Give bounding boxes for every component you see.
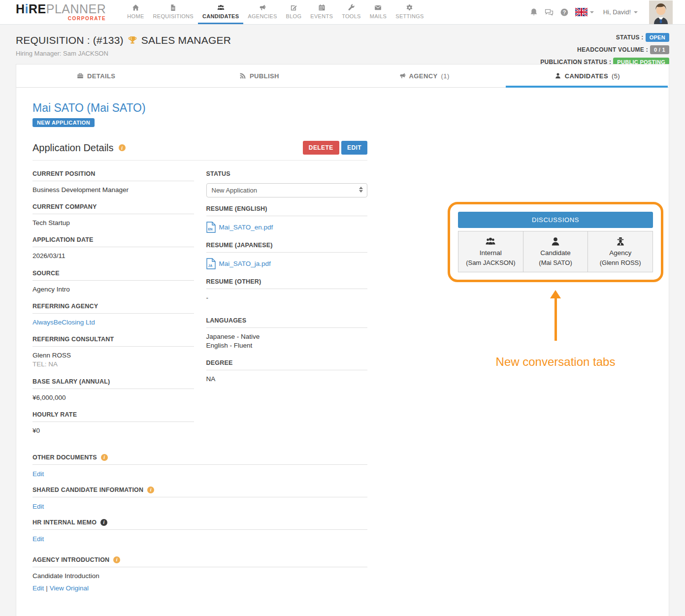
users-group-icon (485, 236, 496, 247)
referring-agency-link[interactable]: AlwaysBeClosing Ltd (33, 319, 95, 326)
nav-item-tools[interactable]: TOOLS (337, 0, 365, 24)
fields-right-column: STATUS New Application RESUME (ENGLISH) … (206, 170, 368, 444)
logo-corporate: CORPORATE (16, 16, 106, 21)
requisition-tabs: DETAILS PUBLISH AGENCY(1) CANDIDATES(5) (16, 65, 669, 88)
bullhorn-icon (399, 72, 406, 79)
field-current-company: CURRENT COMPANY Tech Startup (33, 203, 194, 230)
nav-item-home[interactable]: HOME (123, 0, 148, 24)
wrench-icon (348, 4, 355, 11)
edit-button[interactable]: EDIT (341, 141, 367, 155)
tab-details[interactable]: DETAILS (16, 65, 179, 87)
resume-en-link[interactable]: Mai_SATO_en.pdf (219, 224, 273, 231)
info-icon[interactable]: i (113, 556, 120, 563)
nav-item-candidates[interactable]: CANDIDATES (198, 0, 243, 24)
user-secret-icon (615, 236, 626, 247)
fields-left-column: CURRENT POSITION Business Development Ma… (33, 170, 194, 444)
tab-candidates[interactable]: CANDIDATES(5) (506, 65, 669, 87)
nav-item-requisitions[interactable]: REQUISITIONS (149, 0, 198, 24)
discussion-tabs: Internal (Sam JACKSON) Candidate (Mai SA… (458, 231, 653, 272)
status-select[interactable]: New Application (206, 183, 368, 197)
annotation-label: New conversation tabs (496, 355, 616, 369)
gear-icon (406, 4, 413, 11)
file-icon (169, 4, 177, 11)
svg-text:JA: JA (208, 264, 212, 267)
discussion-tab-candidate[interactable]: Candidate (Mai SATO) (523, 231, 588, 272)
resume-ja-link[interactable]: Mai_SATO_ja.pdf (219, 260, 271, 267)
field-resume-other: RESUME (OTHER) - (206, 278, 368, 305)
info-icon[interactable]: i (100, 519, 107, 526)
field-resume-en: RESUME (ENGLISH) EN Mai_SATO_en.pdf (206, 205, 368, 236)
candidate-name-link[interactable]: Mai SATO (Mai SATO) (33, 101, 652, 115)
discussions-area: DISCUSSIONS Internal (Sam JACKSON) Candi… (448, 202, 663, 369)
bell-icon[interactable] (529, 8, 538, 17)
file-en-icon: EN (206, 222, 216, 233)
nav-item-agencies[interactable]: AGENCIES (243, 0, 281, 24)
chat-icon[interactable] (545, 8, 554, 17)
discussions-header[interactable]: DISCUSSIONS (458, 212, 653, 228)
svg-text:?: ? (562, 9, 566, 15)
nav-item-blog[interactable]: BLOG (282, 0, 306, 24)
agency-intro-view-original-link[interactable]: View Original (50, 584, 89, 592)
field-application-date: APPLICATION DATE 2026/03/11 (33, 236, 194, 263)
consultant-tel: TEL: NA (33, 360, 194, 372)
candidate-main: Application Details i DELETE EDIT CURREN… (16, 127, 669, 616)
svg-text:EN: EN (208, 227, 212, 231)
logo-text: HiREPLANNER (16, 3, 106, 15)
hireplanner-logo[interactable]: HiREPLANNER CORPORATE (16, 0, 106, 24)
application-details-title: Application Details i (33, 142, 126, 154)
shared-info-edit-link[interactable]: Edit (33, 503, 44, 510)
status-badge: OPEN (646, 33, 669, 42)
info-icon[interactable]: i (119, 144, 126, 151)
users-icon (217, 4, 225, 11)
application-status-badge: NEW APPLICATION (33, 118, 95, 127)
application-extra-fields: OTHER DOCUMENTSi Edit SHARED CANDIDATE I… (33, 454, 367, 592)
content-card: DETAILS PUBLISH AGENCY(1) CANDIDATES(5) … (16, 64, 669, 616)
field-current-position: CURRENT POSITION Business Development Ma… (33, 170, 194, 197)
file-ja-icon: JA (206, 258, 216, 269)
trophy-icon (128, 35, 137, 45)
language-selector[interactable] (575, 8, 594, 16)
info-icon[interactable]: i (147, 486, 154, 493)
envelope-icon (374, 4, 382, 11)
edit-icon (290, 4, 297, 11)
tab-publish[interactable]: PUBLISH (179, 65, 342, 87)
status-row: STATUS :OPEN (540, 33, 669, 42)
field-languages: LANGUAGES Japanese - Native English - Fl… (206, 317, 368, 353)
nav-item-mails[interactable]: MAILS (365, 0, 391, 24)
field-status: STATUS New Application (206, 170, 368, 197)
agency-intro-edit-link[interactable]: Edit (33, 584, 44, 592)
top-navbar: HiREPLANNER CORPORATE HOME REQUISITIONS … (0, 0, 685, 25)
user-icon (550, 236, 561, 247)
field-other-documents: OTHER DOCUMENTSi Edit (33, 454, 367, 478)
briefcase-icon (77, 72, 84, 79)
main-nav: HOME REQUISITIONS CANDIDATES AGENCIES BL… (123, 0, 428, 24)
field-shared-candidate-info: SHARED CANDIDATE INFORMATIONi Edit (33, 486, 367, 511)
user-icon (555, 72, 561, 79)
home-icon (132, 4, 139, 11)
help-icon[interactable]: ? (560, 8, 569, 17)
headcount-badge: 0 / 1 (650, 45, 669, 54)
other-documents-edit-link[interactable]: Edit (33, 470, 44, 478)
user-menu[interactable]: Hi, David! (603, 8, 638, 16)
field-base-salary: BASE SALARY (ANNUAL) ¥6,000,000 (33, 378, 194, 405)
field-referring-consultant: REFERRING CONSULTANT Glenn ROSS TEL: NA (33, 336, 194, 372)
application-fields: CURRENT POSITION Business Development Ma… (33, 170, 367, 444)
candidate-header: Mai SATO (Mai SATO) NEW APPLICATION (16, 88, 669, 127)
application-details-head: Application Details i DELETE EDIT (33, 141, 367, 161)
arrow-up-icon (550, 290, 561, 298)
hr-memo-edit-link[interactable]: Edit (33, 535, 44, 543)
delete-button[interactable]: DELETE (303, 141, 339, 155)
field-referring-agency: REFERRING AGENCY AlwaysBeClosing Ltd (33, 303, 194, 330)
tab-agency[interactable]: AGENCY(1) (343, 65, 506, 87)
discussions-annotation-box: DISCUSSIONS Internal (Sam JACKSON) Candi… (448, 202, 663, 282)
discussion-tab-internal[interactable]: Internal (Sam JACKSON) (458, 231, 523, 272)
nav-item-settings[interactable]: SETTINGS (391, 0, 428, 24)
field-hourly-rate: HOURLY RATE ¥0 (33, 411, 194, 438)
nav-item-events[interactable]: EVENTS (306, 0, 337, 24)
field-hr-internal-memo: HR INTERNAL MEMOi Edit (33, 519, 367, 543)
discussion-tab-agency[interactable]: Agency (Glenn ROSS) (587, 231, 653, 272)
requisition-header: REQUISITION : (#133) SALES MANAGER Hirin… (0, 25, 685, 64)
avatar[interactable] (649, 0, 673, 24)
uk-flag-icon (575, 8, 587, 16)
info-icon[interactable]: i (101, 454, 108, 461)
